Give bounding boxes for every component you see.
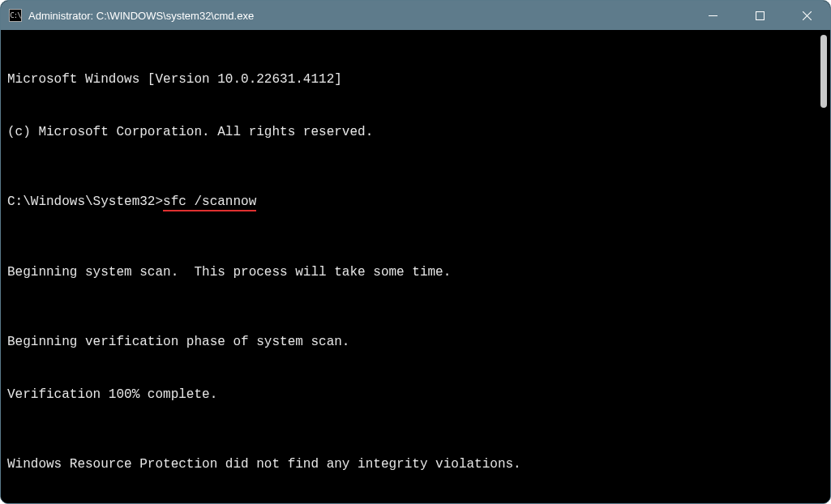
cmd-window: C:\ Administrator: C:\WINDOWS\system32\c… — [0, 0, 831, 504]
maximize-icon — [756, 11, 765, 20]
minimize-button[interactable] — [689, 1, 736, 30]
terminal-line-scan-begin: Beginning system scan. This process will… — [7, 264, 830, 282]
terminal-line-verify-begin: Beginning verification phase of system s… — [7, 334, 830, 352]
terminal-line-result: Windows Resource Protection did not find… — [7, 456, 830, 474]
terminal-area[interactable]: Microsoft Windows [Version 10.0.22631.41… — [1, 30, 830, 503]
minimize-icon — [709, 11, 717, 20]
window-controls — [689, 1, 830, 30]
prompt-path: C:\Windows\System32> — [7, 194, 163, 209]
maximize-button[interactable] — [736, 1, 783, 30]
scrollbar-thumb[interactable] — [820, 35, 827, 108]
terminal-line-verify-complete: Verification 100% complete. — [7, 387, 830, 404]
terminal-line-version: Microsoft Windows [Version 10.0.22631.41… — [7, 71, 830, 89]
terminal-content: Microsoft Windows [Version 10.0.22631.41… — [7, 36, 830, 504]
close-icon — [803, 11, 812, 20]
cmd-icon: C:\ — [9, 9, 22, 22]
close-button[interactable] — [783, 1, 830, 30]
prompt-command-highlighted: sfc /scannow — [163, 194, 256, 211]
titlebar[interactable]: C:\ Administrator: C:\WINDOWS\system32\c… — [1, 1, 830, 30]
svg-rect-1 — [756, 11, 764, 19]
terminal-line-prompt1: C:\Windows\System32>sfc /scannow — [7, 194, 830, 211]
terminal-line-copyright: (c) Microsoft Corporation. All rights re… — [7, 124, 830, 142]
window-title: Administrator: C:\WINDOWS\system32\cmd.e… — [28, 10, 689, 22]
